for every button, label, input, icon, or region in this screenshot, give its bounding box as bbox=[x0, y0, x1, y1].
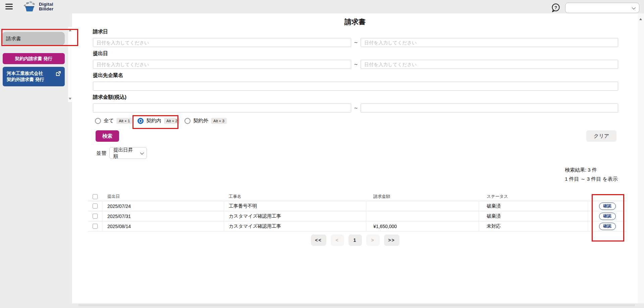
clear-button[interactable]: クリア bbox=[586, 130, 616, 142]
radio-option-out-contract[interactable]: 契約外 Alt + 3 bbox=[184, 118, 227, 124]
confirm-button[interactable]: 確認 bbox=[599, 203, 616, 210]
external-company-name: 河本工業株式会社 bbox=[7, 71, 43, 77]
amount-from-input[interactable] bbox=[93, 103, 351, 113]
scroll-down-icon[interactable] bbox=[69, 98, 71, 100]
cell-status: 未対応 bbox=[479, 221, 588, 231]
logo-text-line2: Billder bbox=[39, 7, 53, 11]
table-header-row: 提出日 工事名 請求金額 ステータス bbox=[88, 192, 627, 201]
amount-range-separator: ～ bbox=[352, 105, 360, 111]
top-bar: Digital Billder ? bbox=[0, 0, 644, 13]
pagination: << < 1 > >> bbox=[72, 234, 638, 246]
invoice-date-range-separator: ～ bbox=[352, 39, 360, 46]
pagination-page-1-button[interactable]: 1 bbox=[348, 234, 362, 246]
column-header-submit-date: 提出日 bbox=[102, 194, 224, 200]
column-header-amount: 請求金額 bbox=[366, 194, 479, 200]
cell-amount bbox=[366, 211, 479, 221]
external-issue-label: 契約外請求書 発行 bbox=[7, 77, 44, 82]
submit-date-range-separator: ～ bbox=[352, 61, 360, 68]
invoice-date-from-input[interactable] bbox=[93, 38, 351, 47]
account-select[interactable] bbox=[565, 3, 639, 13]
pagination-first-button[interactable]: << bbox=[311, 234, 326, 246]
svg-text:?: ? bbox=[554, 5, 557, 10]
radio-option-all[interactable]: 全て Alt + 1 bbox=[95, 118, 132, 124]
sidebar-item-invoices[interactable]: 請求書 bbox=[2, 32, 65, 45]
confirm-button[interactable]: 確認 bbox=[599, 223, 616, 230]
submit-date-to-input[interactable] bbox=[361, 60, 618, 69]
row-checkbox[interactable] bbox=[93, 214, 98, 219]
pagination-last-button[interactable]: >> bbox=[384, 234, 399, 246]
help-button[interactable]: ? bbox=[551, 3, 560, 12]
help-question-icon: ? bbox=[551, 3, 560, 12]
sort-select-value: 提出日昇順 bbox=[113, 147, 137, 160]
shortcut-badge: Alt + 1 bbox=[116, 118, 132, 124]
external-link-icon bbox=[56, 71, 61, 76]
radio-label: 全て bbox=[104, 118, 114, 124]
page-scrollbar[interactable] bbox=[638, 13, 644, 303]
cell-submit-date: 2025/07/24 bbox=[102, 201, 224, 211]
chevron-down-icon bbox=[632, 5, 636, 9]
table-row: 2025/07/31 カスタマイズ確認用工事 破棄済 確認 bbox=[88, 211, 627, 221]
results-count: 検索結果: 3 件 bbox=[565, 167, 618, 173]
main-panel bbox=[72, 13, 638, 303]
cell-project: 工事番号不明 bbox=[224, 201, 366, 211]
amount-label: 請求金額(税込) bbox=[93, 94, 126, 100]
issue-contract-invoice-button[interactable]: 契約内請求書 発行 bbox=[3, 53, 65, 64]
search-button[interactable]: 検索 bbox=[96, 130, 119, 142]
sort-label: 並替 bbox=[96, 150, 106, 157]
company-label: 提出先企業名 bbox=[93, 72, 123, 79]
search-results-summary: 検索結果: 3 件 1 件目 ～ 3 件目 を表示 bbox=[565, 167, 618, 185]
shortcut-badge: Alt + 2 bbox=[164, 118, 180, 124]
amount-to-input[interactable] bbox=[361, 103, 618, 113]
invoice-table: 提出日 工事名 請求金額 ステータス 2025/07/24 工事番号不明 破棄済… bbox=[88, 192, 627, 231]
pagination-next-button[interactable]: > bbox=[366, 234, 380, 246]
submit-date-from-input[interactable] bbox=[93, 60, 351, 69]
invoice-date-label: 請求日 bbox=[93, 29, 108, 35]
radio-label: 契約外 bbox=[193, 118, 208, 124]
table-row: 2025/08/14 カスタマイズ確認用工事 ¥1,650,000 未対応 確認 bbox=[88, 221, 627, 231]
logo-truck-icon bbox=[23, 1, 37, 12]
radio-unselected-icon bbox=[95, 118, 101, 124]
cell-submit-date: 2025/07/31 bbox=[102, 211, 224, 221]
cell-status: 破棄済 bbox=[479, 201, 588, 211]
cell-submit-date: 2025/08/14 bbox=[102, 221, 224, 231]
sidebar: 発注書 請求書 契約内請求書 発行 河本工業株式会社 契約外請求書 発行 bbox=[0, 13, 68, 308]
column-header-project: 工事名 bbox=[224, 194, 366, 200]
table-row: 2025/07/24 工事番号不明 破棄済 確認 bbox=[88, 201, 627, 211]
logo-text-line1: Digital bbox=[39, 2, 53, 7]
row-checkbox[interactable] bbox=[93, 204, 98, 209]
select-all-checkbox[interactable] bbox=[93, 194, 98, 199]
sort-select[interactable]: 提出日昇順 bbox=[109, 147, 147, 159]
company-input[interactable] bbox=[93, 82, 618, 91]
invoice-date-to-input[interactable] bbox=[361, 38, 618, 47]
cell-amount: ¥1,650,000 bbox=[366, 221, 479, 231]
results-range: 1 件目 ～ 3 件目 を表示 bbox=[565, 176, 618, 182]
issue-external-invoice-button[interactable]: 河本工業株式会社 契約外請求書 発行 bbox=[3, 67, 65, 86]
shortcut-badge: Alt + 3 bbox=[211, 118, 227, 124]
hamburger-menu-icon[interactable] bbox=[5, 4, 13, 9]
chevron-down-icon bbox=[140, 150, 144, 154]
radio-label: 契約内 bbox=[146, 118, 161, 124]
column-header-status: ステータス bbox=[479, 194, 588, 200]
pagination-prev-button[interactable]: < bbox=[331, 234, 344, 246]
page-title: 請求書 bbox=[72, 17, 638, 27]
submit-date-label: 提出日 bbox=[93, 50, 108, 57]
cell-amount bbox=[366, 201, 479, 211]
page-scroll-up-icon[interactable] bbox=[639, 18, 642, 20]
app-logo: Digital Billder bbox=[23, 1, 53, 12]
horizontal-scrollbar[interactable] bbox=[78, 304, 635, 306]
radio-unselected-icon bbox=[184, 118, 191, 124]
app-window: Digital Billder ? 発注書 請求書 契約内請求書 発行 河本工業… bbox=[0, 0, 644, 308]
cell-project: カスタマイズ確認用工事 bbox=[224, 221, 366, 231]
confirm-button[interactable]: 確認 bbox=[599, 213, 616, 220]
cell-project: カスタマイズ確認用工事 bbox=[224, 211, 366, 221]
scroll-up-icon[interactable] bbox=[69, 29, 71, 31]
radio-option-in-contract[interactable]: 契約内 Alt + 2 bbox=[138, 118, 180, 124]
row-checkbox[interactable] bbox=[93, 224, 98, 229]
radio-selected-icon bbox=[138, 118, 144, 124]
cell-status: 破棄済 bbox=[479, 211, 588, 221]
